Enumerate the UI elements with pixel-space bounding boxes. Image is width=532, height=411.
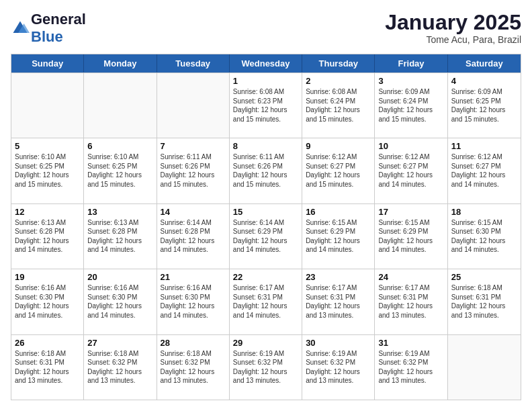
empty-cell	[157, 73, 230, 138]
day-info: Sunrise: 6:18 AM Sunset: 6:31 PM Dayligh…	[451, 283, 517, 320]
empty-cell	[84, 73, 157, 138]
day-info: Sunrise: 6:09 AM Sunset: 6:25 PM Dayligh…	[451, 87, 517, 124]
day-number: 16	[306, 207, 371, 217]
day-cell-31: 31Sunrise: 6:19 AM Sunset: 6:32 PM Dayli…	[375, 335, 447, 400]
week-4: 19Sunrise: 6:16 AM Sunset: 6:30 PM Dayli…	[11, 269, 521, 334]
week-1: 1Sunrise: 6:08 AM Sunset: 6:23 PM Daylig…	[11, 73, 521, 138]
day-cell-30: 30Sunrise: 6:19 AM Sunset: 6:32 PM Dayli…	[302, 335, 375, 400]
day-number: 10	[378, 141, 443, 151]
day-info: Sunrise: 6:13 AM Sunset: 6:28 PM Dayligh…	[15, 218, 80, 255]
day-info: Sunrise: 6:11 AM Sunset: 6:26 PM Dayligh…	[161, 152, 226, 189]
day-cell-28: 28Sunrise: 6:18 AM Sunset: 6:32 PM Dayli…	[157, 335, 230, 400]
calendar-body: 1Sunrise: 6:08 AM Sunset: 6:23 PM Daylig…	[11, 73, 521, 400]
empty-cell	[448, 335, 521, 400]
week-3: 12Sunrise: 6:13 AM Sunset: 6:28 PM Dayli…	[11, 203, 521, 269]
day-cell-25: 25Sunrise: 6:18 AM Sunset: 6:31 PM Dayli…	[448, 269, 521, 334]
day-info: Sunrise: 6:19 AM Sunset: 6:32 PM Dayligh…	[233, 349, 298, 385]
day-info: Sunrise: 6:08 AM Sunset: 6:24 PM Dayligh…	[306, 87, 371, 124]
header-cell-wednesday: Wednesday	[230, 54, 302, 73]
day-info: Sunrise: 6:17 AM Sunset: 6:31 PM Dayligh…	[306, 283, 371, 320]
day-cell-23: 23Sunrise: 6:17 AM Sunset: 6:31 PM Dayli…	[302, 269, 375, 334]
day-number: 15	[233, 207, 298, 217]
day-number: 4	[451, 76, 517, 86]
day-cell-17: 17Sunrise: 6:15 AM Sunset: 6:29 PM Dayli…	[375, 204, 447, 269]
day-cell-19: 19Sunrise: 6:16 AM Sunset: 6:30 PM Dayli…	[11, 269, 84, 334]
day-number: 6	[87, 141, 152, 151]
header: General Blue January 2025 Tome Acu, Para…	[11, 11, 521, 46]
day-cell-12: 12Sunrise: 6:13 AM Sunset: 6:28 PM Dayli…	[11, 204, 84, 269]
day-cell-14: 14Sunrise: 6:14 AM Sunset: 6:28 PM Dayli…	[157, 204, 230, 269]
day-number: 3	[378, 76, 443, 86]
day-cell-8: 8Sunrise: 6:11 AM Sunset: 6:26 PM Daylig…	[230, 138, 302, 203]
day-number: 31	[378, 338, 443, 348]
logo-text: General Blue	[31, 11, 86, 46]
day-number: 13	[87, 207, 152, 217]
day-info: Sunrise: 6:15 AM Sunset: 6:29 PM Dayligh…	[378, 218, 443, 255]
day-info: Sunrise: 6:10 AM Sunset: 6:25 PM Dayligh…	[87, 152, 152, 189]
day-cell-13: 13Sunrise: 6:13 AM Sunset: 6:28 PM Dayli…	[84, 204, 157, 269]
day-number: 24	[378, 272, 443, 282]
day-cell-4: 4Sunrise: 6:09 AM Sunset: 6:25 PM Daylig…	[448, 73, 521, 138]
day-info: Sunrise: 6:12 AM Sunset: 6:27 PM Dayligh…	[378, 152, 443, 189]
day-number: 12	[15, 207, 80, 217]
header-cell-thursday: Thursday	[302, 54, 375, 73]
title-block: January 2025 Tome Acu, Para, Brazil	[385, 11, 521, 45]
logo: General Blue	[11, 11, 86, 46]
day-number: 18	[451, 207, 517, 217]
day-info: Sunrise: 6:19 AM Sunset: 6:32 PM Dayligh…	[306, 349, 371, 385]
day-info: Sunrise: 6:14 AM Sunset: 6:29 PM Dayligh…	[233, 218, 298, 255]
day-info: Sunrise: 6:18 AM Sunset: 6:32 PM Dayligh…	[87, 349, 152, 385]
day-cell-1: 1Sunrise: 6:08 AM Sunset: 6:23 PM Daylig…	[230, 73, 302, 138]
day-info: Sunrise: 6:16 AM Sunset: 6:30 PM Dayligh…	[87, 283, 152, 320]
day-cell-10: 10Sunrise: 6:12 AM Sunset: 6:27 PM Dayli…	[375, 138, 447, 203]
logo-icon	[11, 19, 30, 38]
week-2: 5Sunrise: 6:10 AM Sunset: 6:25 PM Daylig…	[11, 138, 521, 203]
day-cell-16: 16Sunrise: 6:15 AM Sunset: 6:29 PM Dayli…	[302, 204, 375, 269]
day-info: Sunrise: 6:12 AM Sunset: 6:27 PM Dayligh…	[451, 152, 517, 189]
day-info: Sunrise: 6:17 AM Sunset: 6:31 PM Dayligh…	[378, 283, 443, 320]
day-info: Sunrise: 6:16 AM Sunset: 6:30 PM Dayligh…	[15, 283, 80, 320]
header-cell-saturday: Saturday	[448, 54, 521, 73]
day-number: 11	[451, 141, 517, 151]
day-number: 28	[161, 338, 226, 348]
header-cell-sunday: Sunday	[11, 54, 84, 73]
day-number: 8	[233, 141, 298, 151]
day-number: 27	[87, 338, 152, 348]
day-number: 9	[306, 141, 371, 151]
day-number: 19	[15, 272, 80, 282]
day-number: 26	[15, 338, 80, 348]
day-number: 2	[306, 76, 371, 86]
day-number: 21	[161, 272, 226, 282]
day-cell-29: 29Sunrise: 6:19 AM Sunset: 6:32 PM Dayli…	[230, 335, 302, 400]
week-5: 26Sunrise: 6:18 AM Sunset: 6:31 PM Dayli…	[11, 334, 521, 400]
header-cell-friday: Friday	[375, 54, 447, 73]
header-cell-tuesday: Tuesday	[157, 54, 230, 73]
day-cell-22: 22Sunrise: 6:17 AM Sunset: 6:31 PM Dayli…	[230, 269, 302, 334]
day-info: Sunrise: 6:12 AM Sunset: 6:27 PM Dayligh…	[306, 152, 371, 189]
day-cell-21: 21Sunrise: 6:16 AM Sunset: 6:30 PM Dayli…	[157, 269, 230, 334]
day-info: Sunrise: 6:15 AM Sunset: 6:29 PM Dayligh…	[306, 218, 371, 255]
day-cell-2: 2Sunrise: 6:08 AM Sunset: 6:24 PM Daylig…	[302, 73, 375, 138]
header-cell-monday: Monday	[84, 54, 157, 73]
calendar-subtitle: Tome Acu, Para, Brazil	[385, 34, 521, 45]
day-cell-18: 18Sunrise: 6:15 AM Sunset: 6:30 PM Dayli…	[448, 204, 521, 269]
empty-cell	[11, 73, 84, 138]
day-number: 22	[233, 272, 298, 282]
calendar-title: January 2025	[385, 11, 521, 34]
day-cell-11: 11Sunrise: 6:12 AM Sunset: 6:27 PM Dayli…	[448, 138, 521, 203]
day-number: 29	[233, 338, 298, 348]
day-info: Sunrise: 6:13 AM Sunset: 6:28 PM Dayligh…	[87, 218, 152, 255]
day-number: 7	[161, 141, 226, 151]
day-number: 25	[451, 272, 517, 282]
day-cell-5: 5Sunrise: 6:10 AM Sunset: 6:25 PM Daylig…	[11, 138, 84, 203]
day-info: Sunrise: 6:19 AM Sunset: 6:32 PM Dayligh…	[378, 349, 443, 385]
day-cell-24: 24Sunrise: 6:17 AM Sunset: 6:31 PM Dayli…	[375, 269, 447, 334]
day-cell-15: 15Sunrise: 6:14 AM Sunset: 6:29 PM Dayli…	[230, 204, 302, 269]
day-number: 5	[15, 141, 80, 151]
day-info: Sunrise: 6:15 AM Sunset: 6:30 PM Dayligh…	[451, 218, 517, 255]
day-info: Sunrise: 6:11 AM Sunset: 6:26 PM Dayligh…	[233, 152, 298, 189]
day-cell-20: 20Sunrise: 6:16 AM Sunset: 6:30 PM Dayli…	[84, 269, 157, 334]
day-info: Sunrise: 6:18 AM Sunset: 6:32 PM Dayligh…	[161, 349, 226, 385]
day-info: Sunrise: 6:08 AM Sunset: 6:23 PM Dayligh…	[233, 87, 298, 124]
page: General Blue January 2025 Tome Acu, Para…	[0, 0, 532, 411]
